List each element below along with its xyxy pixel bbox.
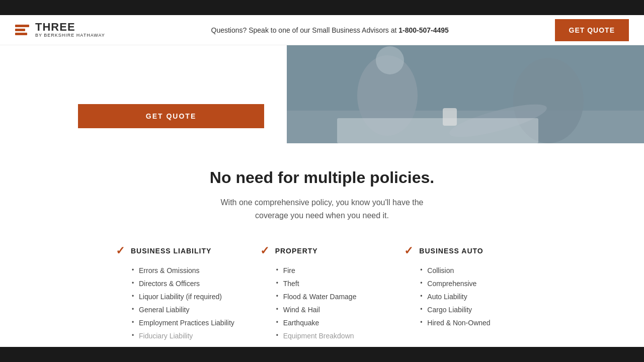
- list-item: Fire: [276, 266, 384, 275]
- list-item: Comprehensive: [420, 280, 528, 288]
- list-item: Wind & Hail: [276, 306, 384, 314]
- list-item-faded: Fiduciary Liability: [132, 332, 240, 340]
- main-subheading: With one comprehensive policy, you know …: [15, 196, 629, 222]
- business-auto-checkmark: ✓: [404, 244, 413, 257]
- list-item: Employment Practices Liability: [132, 319, 240, 327]
- svg-rect-9: [337, 118, 538, 143]
- svg-rect-10: [443, 108, 457, 126]
- list-item: Auto Liability: [420, 293, 528, 301]
- property-checkmark: ✓: [260, 244, 269, 257]
- coverage-grid: ✓ BUSINESS LIABILITY Errors & Omissions …: [15, 244, 629, 345]
- header-get-quote-button[interactable]: GET QUOTE: [555, 19, 629, 41]
- list-item: General Liability: [132, 306, 240, 314]
- coverage-col-business-liability: ✓ BUSINESS LIABILITY Errors & Omissions …: [106, 244, 250, 345]
- list-item: Errors & Omissions: [132, 266, 240, 275]
- top-black-bar: [0, 0, 644, 15]
- svg-point-6: [376, 46, 404, 74]
- list-item: Theft: [276, 280, 384, 288]
- header-phone: 1-800-507-4495: [398, 26, 449, 34]
- logo-brand: THREE: [35, 22, 105, 33]
- list-item-faded: Equipment Breakdown: [276, 332, 384, 340]
- main-heading: No need for multiple policies.: [15, 168, 629, 187]
- svg-rect-0: [15, 25, 29, 27]
- bottom-black-bar: [0, 347, 644, 362]
- hero-image: [287, 45, 644, 143]
- three-logo-icon: [15, 22, 31, 38]
- content-section: No need for multiple policies. With one …: [0, 143, 644, 360]
- svg-rect-1: [15, 29, 25, 31]
- logo-text: THREE BY BERKSHIRE HATHAWAY: [35, 22, 105, 38]
- coverage-col-property: ✓ PROPERTY Fire Theft Flood & Water Dama…: [250, 244, 394, 345]
- list-item: Liquor Liability (if required): [132, 293, 240, 301]
- business-auto-list: Collision Comprehensive Auto Liability C…: [404, 266, 528, 327]
- business-auto-title: BUSINESS AUTO: [419, 247, 483, 255]
- list-item: Earthquake: [276, 319, 384, 327]
- site-header: THREE BY BERKSHIRE HATHAWAY Questions? S…: [0, 15, 644, 45]
- logo-sub: BY BERKSHIRE HATHAWAY: [35, 33, 105, 38]
- hero-right: [287, 45, 644, 143]
- property-title: PROPERTY: [275, 247, 318, 255]
- hero-get-quote-button[interactable]: GET QUOTE: [78, 104, 264, 128]
- coverage-col-business-auto: ✓ BUSINESS AUTO Collision Comprehensive …: [394, 244, 538, 345]
- list-item: Hired & Non-Owned: [420, 319, 528, 327]
- coverage-col-business-auto-header: ✓ BUSINESS AUTO: [404, 244, 528, 257]
- business-liability-checkmark: ✓: [116, 244, 125, 257]
- list-item: Collision: [420, 266, 528, 275]
- coverage-col-property-header: ✓ PROPERTY: [260, 244, 384, 257]
- business-liability-title: BUSINESS LIABILITY: [131, 247, 211, 255]
- list-item: Flood & Water Damage: [276, 293, 384, 301]
- property-list: Fire Theft Flood & Water Damage Wind & H…: [260, 266, 384, 340]
- list-item: Directors & Officers: [132, 280, 240, 288]
- svg-rect-2: [15, 33, 27, 35]
- coverage-col-business-liability-header: ✓ BUSINESS LIABILITY: [116, 244, 240, 257]
- hero-svg: [287, 45, 644, 143]
- logo: THREE BY BERKSHIRE HATHAWAY: [15, 22, 105, 38]
- list-item: Cargo Liability: [420, 306, 528, 314]
- hero-section: GET QUOTE: [0, 45, 644, 143]
- hero-left: GET QUOTE: [0, 45, 287, 143]
- header-contact: Questions? Speak to one of our Small Bus…: [211, 26, 449, 34]
- business-liability-list: Errors & Omissions Directors & Officers …: [116, 266, 240, 340]
